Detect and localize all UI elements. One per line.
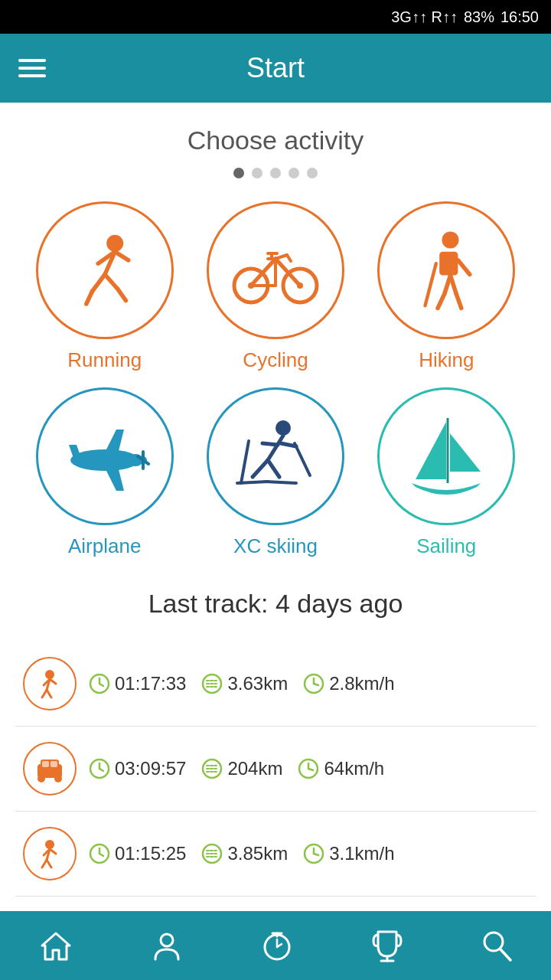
svg-line-17: [287, 255, 291, 261]
svg-line-65: [314, 684, 318, 685]
track-row-1[interactable]: 01:17:33 3.63km 2.8km/h: [15, 642, 536, 727]
activity-circle-sailing: [377, 387, 515, 525]
svg-line-43: [253, 460, 268, 477]
nav-timer-button[interactable]: [253, 921, 302, 970]
svg-rect-71: [51, 761, 57, 767]
track-speed-2: 64km/h: [298, 758, 384, 779]
activity-circle-hiking: [377, 201, 515, 339]
activity-circle-running: [36, 201, 174, 339]
track-distance-3: 3.85km: [201, 843, 288, 864]
svg-line-12: [251, 259, 276, 286]
svg-line-58: [99, 684, 103, 686]
activity-running[interactable]: Running: [23, 201, 186, 372]
dot-2: [252, 168, 262, 178]
svg-line-44: [268, 460, 279, 477]
activity-label-airplane: Airplane: [68, 534, 141, 558]
svg-line-53: [47, 690, 51, 697]
svg-line-2: [92, 275, 105, 292]
track-duration-1: 01:17:33: [89, 673, 186, 694]
svg-point-82: [45, 840, 54, 849]
choose-activity-title: Choose activity: [15, 126, 536, 155]
activity-sailing[interactable]: Sailing: [365, 387, 528, 558]
svg-marker-33: [69, 445, 82, 460]
activity-label-running: Running: [67, 348, 142, 372]
activity-label-hiking: Hiking: [419, 348, 474, 372]
track-stats-3: 01:15:25 3.85km 3.1km/h: [89, 843, 528, 864]
svg-marker-48: [450, 433, 481, 472]
activity-circle-cycling: [207, 201, 344, 339]
svg-point-68: [37, 775, 45, 782]
activity-hiking[interactable]: Hiking: [365, 201, 528, 372]
svg-line-40: [268, 436, 283, 460]
bottom-nav: [0, 911, 551, 980]
dot-4: [289, 168, 299, 178]
svg-line-55: [50, 679, 56, 684]
activity-cycling[interactable]: Cycling: [194, 201, 357, 372]
status-bar: 3G↑↑ R↑↑ 83% 16:50: [0, 0, 551, 34]
svg-line-13: [276, 259, 300, 286]
time-display: 16:50: [500, 8, 539, 26]
track-icon-walk-3: [23, 827, 77, 880]
activity-label-cycling: Cycling: [243, 348, 308, 372]
track-duration-2: 03:09:57: [89, 758, 186, 779]
track-row-2[interactable]: 03:09:57 204km 64km/h: [15, 727, 536, 812]
track-distance-2: 204km: [201, 758, 282, 779]
activity-circle-airplane: [36, 387, 174, 525]
svg-point-69: [54, 775, 62, 782]
svg-line-26: [457, 294, 462, 309]
svg-line-38: [241, 441, 249, 483]
activity-grid: Running: [15, 201, 536, 558]
svg-line-90: [99, 854, 103, 856]
svg-line-87: [50, 849, 56, 854]
nav-home-button[interactable]: [31, 923, 80, 969]
svg-line-81: [308, 769, 313, 770]
dot-5: [307, 168, 318, 178]
dot-1: [233, 168, 244, 178]
svg-point-37: [276, 420, 291, 436]
svg-line-84: [42, 860, 47, 867]
svg-line-7: [117, 289, 126, 300]
track-icon-walk-1: [23, 657, 77, 710]
header: Start: [0, 34, 551, 103]
svg-point-50: [45, 670, 54, 679]
battery-indicator: 83%: [464, 8, 494, 26]
activity-label-xc-skiing: XC skiing: [233, 534, 318, 558]
nav-profile-button[interactable]: [144, 923, 190, 969]
svg-line-74: [99, 769, 103, 771]
activity-label-sailing: Sailing: [416, 534, 476, 558]
svg-line-85: [47, 860, 51, 867]
signal-indicator: 3G↑↑ R↑↑: [391, 8, 458, 26]
activity-xc-skiing[interactable]: XC skiing: [194, 387, 357, 558]
svg-line-3: [105, 275, 118, 289]
track-row-3[interactable]: 01:15:25 3.85km 3.1km/h: [15, 812, 536, 897]
svg-point-99: [161, 934, 173, 946]
svg-rect-70: [42, 761, 49, 767]
svg-line-52: [42, 690, 47, 697]
svg-line-24: [451, 276, 457, 294]
svg-line-39: [295, 443, 310, 475]
header-title: Start: [246, 52, 305, 84]
svg-line-16: [276, 255, 287, 259]
svg-point-21: [442, 231, 459, 248]
page-dots-indicator: [15, 168, 536, 178]
svg-line-97: [314, 854, 318, 855]
svg-line-27: [425, 263, 436, 305]
svg-line-46: [266, 482, 296, 483]
activity-airplane[interactable]: Airplane: [23, 387, 186, 558]
track-stats-1: 01:17:33 3.63km 2.8km/h: [89, 673, 528, 694]
track-speed-1: 2.8km/h: [303, 673, 394, 694]
svg-line-45: [237, 482, 268, 483]
nav-trophy-button[interactable]: [364, 921, 410, 970]
main-content: Choose activity: [0, 103, 551, 980]
hamburger-menu-button[interactable]: [18, 59, 46, 77]
nav-search-button[interactable]: [474, 922, 520, 969]
svg-line-6: [86, 292, 92, 305]
dot-3: [270, 168, 281, 178]
activity-circle-xc-skiing: [207, 387, 344, 525]
last-track-title: Last track: 4 days ago: [15, 589, 536, 619]
svg-rect-22: [440, 252, 458, 276]
svg-point-0: [106, 235, 123, 252]
svg-line-42: [262, 443, 278, 445]
svg-line-25: [438, 294, 445, 309]
svg-marker-98: [42, 933, 70, 959]
